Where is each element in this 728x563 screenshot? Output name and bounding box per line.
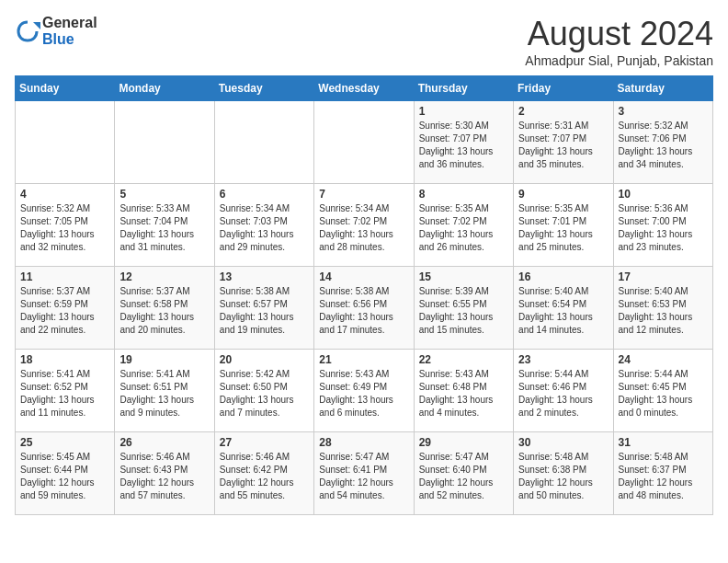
day-number: 10 <box>619 188 708 201</box>
col-header-sunday: Sunday <box>16 76 115 101</box>
day-number: 15 <box>419 270 508 283</box>
calendar-cell: 21Sunrise: 5:43 AM Sunset: 6:49 PM Dayli… <box>314 350 414 432</box>
calendar-cell: 26Sunrise: 5:46 AM Sunset: 6:43 PM Dayli… <box>115 432 214 515</box>
day-number: 4 <box>20 188 109 201</box>
calendar-cell: 2Sunrise: 5:31 AM Sunset: 7:07 PM Daylig… <box>514 101 613 184</box>
cell-info: Sunrise: 5:37 AM Sunset: 6:59 PM Dayligh… <box>20 285 109 337</box>
day-number: 25 <box>20 436 109 449</box>
calendar-cell: 23Sunrise: 5:44 AM Sunset: 6:46 PM Dayli… <box>514 350 613 432</box>
calendar-table: SundayMondayTuesdayWednesdayThursdayFrid… <box>15 75 713 515</box>
calendar-cell: 20Sunrise: 5:42 AM Sunset: 6:50 PM Dayli… <box>214 350 313 432</box>
day-number: 7 <box>319 188 408 201</box>
calendar-cell: 10Sunrise: 5:36 AM Sunset: 7:00 PM Dayli… <box>613 184 712 267</box>
month-title: August 2024 <box>525 15 713 53</box>
cell-info: Sunrise: 5:47 AM Sunset: 6:40 PM Dayligh… <box>419 451 508 502</box>
day-number: 1 <box>419 105 508 118</box>
calendar-cell: 15Sunrise: 5:39 AM Sunset: 6:55 PM Dayli… <box>414 267 513 350</box>
day-number: 19 <box>119 353 209 366</box>
calendar-cell: 6Sunrise: 5:34 AM Sunset: 7:03 PM Daylig… <box>214 184 313 267</box>
calendar-cell: 9Sunrise: 5:35 AM Sunset: 7:01 PM Daylig… <box>514 184 613 267</box>
day-number: 12 <box>119 270 209 283</box>
day-number: 31 <box>619 436 708 449</box>
cell-info: Sunrise: 5:42 AM Sunset: 6:50 PM Dayligh… <box>220 368 309 419</box>
cell-info: Sunrise: 5:40 AM Sunset: 6:54 PM Dayligh… <box>518 285 608 337</box>
calendar-cell: 22Sunrise: 5:43 AM Sunset: 6:48 PM Dayli… <box>414 350 513 432</box>
cell-info: Sunrise: 5:32 AM Sunset: 7:05 PM Dayligh… <box>20 202 109 254</box>
day-number: 13 <box>220 270 309 283</box>
calendar-cell: 14Sunrise: 5:38 AM Sunset: 6:56 PM Dayli… <box>314 267 414 350</box>
cell-info: Sunrise: 5:32 AM Sunset: 7:06 PM Dayligh… <box>619 120 708 171</box>
cell-info: Sunrise: 5:45 AM Sunset: 6:44 PM Dayligh… <box>20 451 109 502</box>
calendar-cell <box>314 101 414 184</box>
cell-info: Sunrise: 5:38 AM Sunset: 6:56 PM Dayligh… <box>319 285 408 337</box>
calendar-cell: 30Sunrise: 5:48 AM Sunset: 6:38 PM Dayli… <box>514 432 613 515</box>
day-number: 5 <box>119 188 209 201</box>
day-number: 11 <box>20 270 109 283</box>
cell-info: Sunrise: 5:43 AM Sunset: 6:49 PM Dayligh… <box>319 368 408 419</box>
cell-info: Sunrise: 5:34 AM Sunset: 7:02 PM Dayligh… <box>319 202 408 254</box>
calendar-cell: 1Sunrise: 5:30 AM Sunset: 7:07 PM Daylig… <box>414 101 513 184</box>
calendar-cell: 3Sunrise: 5:32 AM Sunset: 7:06 PM Daylig… <box>613 101 712 184</box>
cell-info: Sunrise: 5:46 AM Sunset: 6:43 PM Dayligh… <box>119 451 209 502</box>
col-header-wednesday: Wednesday <box>314 76 414 101</box>
calendar-cell: 13Sunrise: 5:38 AM Sunset: 6:57 PM Dayli… <box>214 267 313 350</box>
day-number: 6 <box>220 188 309 201</box>
cell-info: Sunrise: 5:41 AM Sunset: 6:52 PM Dayligh… <box>20 368 109 419</box>
location-subtitle: Ahmadpur Sial, Punjab, Pakistan <box>525 53 713 68</box>
logo-blue-text: Blue <box>42 31 74 47</box>
calendar-cell: 5Sunrise: 5:33 AM Sunset: 7:04 PM Daylig… <box>115 184 214 267</box>
page-header: General Blue August 2024 Ahmadpur Sial, … <box>15 15 713 68</box>
cell-info: Sunrise: 5:30 AM Sunset: 7:07 PM Dayligh… <box>419 120 508 171</box>
day-number: 23 <box>518 353 608 366</box>
cell-info: Sunrise: 5:33 AM Sunset: 7:04 PM Dayligh… <box>119 202 209 254</box>
day-number: 3 <box>619 105 708 118</box>
cell-info: Sunrise: 5:40 AM Sunset: 6:53 PM Dayligh… <box>619 285 708 337</box>
calendar-cell: 4Sunrise: 5:32 AM Sunset: 7:05 PM Daylig… <box>16 184 115 267</box>
logo-general-text: General <box>42 15 97 30</box>
col-header-saturday: Saturday <box>613 76 712 101</box>
day-number: 24 <box>619 353 708 366</box>
logo: General Blue <box>15 15 97 48</box>
cell-info: Sunrise: 5:35 AM Sunset: 7:01 PM Dayligh… <box>518 202 608 254</box>
cell-info: Sunrise: 5:48 AM Sunset: 6:37 PM Dayligh… <box>619 451 708 502</box>
calendar-cell: 18Sunrise: 5:41 AM Sunset: 6:52 PM Dayli… <box>16 350 115 432</box>
cell-info: Sunrise: 5:36 AM Sunset: 7:00 PM Dayligh… <box>619 202 708 254</box>
day-number: 16 <box>518 270 608 283</box>
day-number: 8 <box>419 188 508 201</box>
cell-info: Sunrise: 5:46 AM Sunset: 6:42 PM Dayligh… <box>220 451 309 502</box>
calendar-cell: 29Sunrise: 5:47 AM Sunset: 6:40 PM Dayli… <box>414 432 513 515</box>
svg-marker-1 <box>33 22 40 29</box>
cell-info: Sunrise: 5:44 AM Sunset: 6:45 PM Dayligh… <box>619 368 708 419</box>
calendar-cell: 12Sunrise: 5:37 AM Sunset: 6:58 PM Dayli… <box>115 267 214 350</box>
day-number: 9 <box>518 188 608 201</box>
day-number: 14 <box>319 270 408 283</box>
day-number: 20 <box>220 353 309 366</box>
day-number: 30 <box>518 436 608 449</box>
calendar-cell <box>115 101 214 184</box>
day-number: 2 <box>518 105 608 118</box>
day-number: 18 <box>20 353 109 366</box>
day-number: 29 <box>419 436 508 449</box>
calendar-cell: 16Sunrise: 5:40 AM Sunset: 6:54 PM Dayli… <box>514 267 613 350</box>
calendar-cell: 24Sunrise: 5:44 AM Sunset: 6:45 PM Dayli… <box>613 350 712 432</box>
day-number: 21 <box>319 353 408 366</box>
calendar-cell: 7Sunrise: 5:34 AM Sunset: 7:02 PM Daylig… <box>314 184 414 267</box>
cell-info: Sunrise: 5:39 AM Sunset: 6:55 PM Dayligh… <box>419 285 508 337</box>
day-number: 22 <box>419 353 508 366</box>
calendar-cell: 8Sunrise: 5:35 AM Sunset: 7:02 PM Daylig… <box>414 184 513 267</box>
calendar-cell <box>214 101 313 184</box>
cell-info: Sunrise: 5:38 AM Sunset: 6:57 PM Dayligh… <box>220 285 309 337</box>
calendar-cell: 31Sunrise: 5:48 AM Sunset: 6:37 PM Dayli… <box>613 432 712 515</box>
calendar-cell: 19Sunrise: 5:41 AM Sunset: 6:51 PM Dayli… <box>115 350 214 432</box>
cell-info: Sunrise: 5:43 AM Sunset: 6:48 PM Dayligh… <box>419 368 508 419</box>
cell-info: Sunrise: 5:34 AM Sunset: 7:03 PM Dayligh… <box>220 202 309 254</box>
col-header-monday: Monday <box>115 76 214 101</box>
cell-info: Sunrise: 5:41 AM Sunset: 6:51 PM Dayligh… <box>119 368 209 419</box>
cell-info: Sunrise: 5:35 AM Sunset: 7:02 PM Dayligh… <box>419 202 508 254</box>
calendar-cell: 27Sunrise: 5:46 AM Sunset: 6:42 PM Dayli… <box>214 432 313 515</box>
calendar-cell: 17Sunrise: 5:40 AM Sunset: 6:53 PM Dayli… <box>613 267 712 350</box>
title-area: August 2024 Ahmadpur Sial, Punjab, Pakis… <box>525 15 713 68</box>
calendar-cell: 28Sunrise: 5:47 AM Sunset: 6:41 PM Dayli… <box>314 432 414 515</box>
calendar-cell: 11Sunrise: 5:37 AM Sunset: 6:59 PM Dayli… <box>16 267 115 350</box>
cell-info: Sunrise: 5:47 AM Sunset: 6:41 PM Dayligh… <box>319 451 408 502</box>
